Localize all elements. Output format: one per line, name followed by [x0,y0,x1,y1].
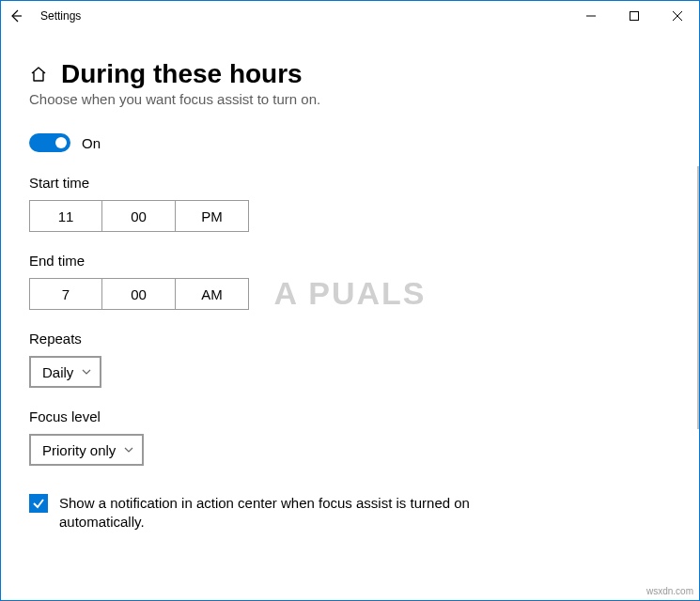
header-row: During these hours [29,59,671,89]
start-time-group: Start time 11 00 PM [29,175,671,232]
focus-level-value: Priority only [42,442,116,458]
start-time-picker[interactable]: 11 00 PM [29,200,671,232]
repeats-dropdown[interactable]: Daily [29,356,101,388]
start-minute[interactable]: 00 [102,200,176,232]
svg-rect-1 [630,12,639,21]
focus-level-group: Focus level Priority only [29,408,671,466]
page-subtitle: Choose when you want focus assist to tur… [29,91,671,107]
repeats-label: Repeats [29,331,671,347]
notification-checkbox-row: Show a notification in action center whe… [29,494,555,532]
window-title: Settings [40,9,81,23]
chevron-down-icon [81,366,92,378]
repeats-value: Daily [42,364,73,380]
titlebar-left: Settings [8,8,81,23]
scrollbar[interactable] [697,166,699,429]
maximize-button[interactable] [613,1,656,31]
end-ampm[interactable]: AM [176,278,249,310]
focus-level-label: Focus level [29,408,671,424]
start-hour[interactable]: 11 [29,200,102,232]
source-mark: wsxdn.com [646,586,693,596]
end-minute[interactable]: 00 [102,278,176,310]
toggle-state-label: On [82,135,101,151]
start-time-label: Start time [29,175,671,191]
on-off-toggle[interactable] [29,133,70,152]
content-area: During these hours Choose when you want … [1,31,699,600]
repeats-group: Repeats Daily [29,331,671,388]
focus-level-dropdown[interactable]: Priority only [29,434,144,466]
back-arrow-icon[interactable] [8,8,23,23]
notification-checkbox-label: Show a notification in action center whe… [59,494,555,532]
toggle-row: On [29,133,671,152]
home-icon[interactable] [29,65,48,84]
chevron-down-icon [123,444,134,455]
start-ampm[interactable]: PM [176,200,249,232]
page-heading: During these hours [61,59,303,89]
end-time-label: End time [29,253,671,269]
end-time-picker[interactable]: 7 00 AM [29,278,671,310]
window-controls [569,1,699,31]
end-time-group: End time 7 00 AM [29,253,671,310]
notification-checkbox[interactable] [29,494,48,513]
minimize-button[interactable] [569,1,613,31]
titlebar: Settings [1,1,699,31]
settings-window: Settings During these hours Choose when … [0,0,700,601]
end-hour[interactable]: 7 [29,278,102,310]
close-button[interactable] [656,1,699,31]
